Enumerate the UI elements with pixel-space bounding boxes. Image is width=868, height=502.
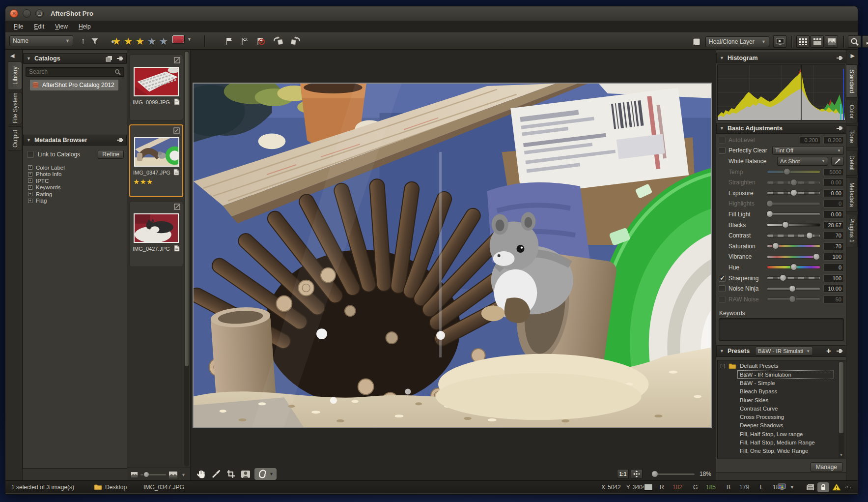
flag-clear-icon[interactable] [255, 35, 267, 47]
window-minimize-button[interactable]: – [23, 9, 31, 18]
slider-value[interactable]: 28.67 [823, 221, 844, 229]
link-to-catalogs-checkbox[interactable] [27, 151, 34, 158]
lock-toggle[interactable] [817, 482, 829, 492]
color-label-swatch[interactable] [172, 35, 184, 43]
presets-header[interactable]: ▼ Presets B&W - IR Simulation▼ + [716, 345, 846, 357]
tab-plugins-1[interactable]: Plugins 1 [846, 214, 858, 247]
slideshow-button[interactable] [773, 35, 786, 48]
tab-tone[interactable]: Tone [846, 125, 858, 148]
autolevel-value-1[interactable]: 0.200 [800, 136, 820, 144]
fit-to-window-button[interactable] [631, 469, 643, 479]
current-folder[interactable]: Desktop [94, 484, 127, 491]
slider-track[interactable] [767, 266, 820, 269]
actual-size-button[interactable]: 1:1 [617, 469, 629, 479]
slider-track[interactable] [767, 202, 820, 206]
slider-value[interactable]: 100 [823, 274, 844, 282]
collapse-triangle-icon[interactable]: ▼ [27, 138, 31, 143]
flag-reject-icon[interactable] [239, 35, 251, 47]
preset-item[interactable]: Cross Processing [737, 413, 834, 421]
zoom-slider[interactable] [651, 473, 695, 475]
expand-plus-icon[interactable]: + [28, 172, 32, 177]
histogram-header[interactable]: ▼ Histogram [716, 53, 846, 63]
slider-track[interactable] [767, 287, 820, 291]
eyedropper-tool[interactable] [210, 469, 222, 479]
flag-pick-icon[interactable] [224, 35, 235, 47]
slider-value[interactable]: 0.00 [823, 210, 844, 218]
scroll-down-arrow[interactable]: ▼ [181, 472, 186, 477]
autolevel-checkbox[interactable] [719, 137, 726, 144]
collapse-minus-icon[interactable]: − [721, 364, 725, 368]
preset-item[interactable]: B&W - Simple [737, 379, 834, 387]
chevron-down-icon[interactable]: ▼ [790, 485, 794, 490]
slider-value[interactable]: 5000 [823, 168, 844, 176]
star-filled-icon[interactable]: ★ [140, 177, 146, 186]
metadata-tree-item[interactable]: + Rating [28, 191, 124, 198]
star-filled-icon[interactable]: ★ [134, 35, 146, 47]
white-balance-eyedropper-button[interactable] [831, 157, 844, 166]
tab-library[interactable]: Library [8, 61, 22, 90]
slider-thumb[interactable] [784, 168, 790, 175]
slider-thumb[interactable] [789, 285, 796, 292]
image-view-button[interactable] [825, 35, 838, 48]
metadata-browser-header[interactable]: ▼ Metadata Browser [23, 135, 127, 146]
slider-track[interactable] [767, 255, 820, 259]
thumbnail-img-0427[interactable]: IMG_0427.JPG [129, 201, 183, 267]
slider-thumb[interactable] [806, 232, 813, 239]
slider-value[interactable]: 0.00 [823, 178, 844, 186]
sort-ascending-icon[interactable]: ↑ [77, 35, 89, 47]
keywords-input[interactable] [719, 318, 844, 341]
catalogs-header[interactable]: ▼ Catalogs [23, 53, 127, 64]
pin-icon[interactable] [116, 137, 123, 143]
perfectly-clear-dropdown[interactable]: Tint Off▼ [772, 146, 844, 155]
thumbnail-size-slider[interactable] [140, 474, 166, 475]
slider-value[interactable]: 70 [823, 232, 844, 239]
rating-filter[interactable]: ★★★★★ [111, 35, 169, 47]
collapse-left-panel-arrow[interactable]: ◀ [10, 53, 14, 59]
slider-track[interactable] [767, 297, 820, 301]
preset-item[interactable]: Bluer Skies [737, 396, 834, 404]
slider-value[interactable]: 50 [823, 295, 844, 303]
metadata-tree-item[interactable]: + Color Label [28, 164, 124, 171]
add-preset-button[interactable]: + [826, 349, 831, 354]
small-thumbnails-icon[interactable] [131, 472, 138, 477]
collapse-triangle-icon[interactable]: ▼ [720, 349, 724, 354]
redeye-portrait-tool[interactable] [240, 469, 252, 479]
basic-adjustments-header[interactable]: ▼ Basic Adjustments [716, 123, 846, 134]
autolevel-value-2[interactable]: 0.200 [823, 136, 844, 144]
star-empty-icon[interactable]: ★ [158, 35, 169, 47]
window-maximize-button[interactable]: ▢ [35, 9, 44, 18]
preset-item[interactable]: Fill, Half Stop, Low range [737, 430, 834, 438]
slider-value[interactable]: 0.00 [823, 189, 844, 197]
slider-thumb[interactable] [813, 253, 820, 260]
magnifier-icon[interactable] [848, 35, 861, 48]
metadata-tree-item[interactable]: + IPTC [28, 177, 124, 184]
pan-hand-tool[interactable] [196, 469, 207, 479]
layer-icon[interactable] [691, 36, 702, 48]
filter-icon[interactable] [89, 35, 101, 47]
slider-value[interactable]: 100 [823, 253, 844, 261]
thumbnail-rating-stars[interactable]: ★★★ [133, 177, 153, 186]
memory-card-icon[interactable] [806, 484, 814, 491]
slider-value[interactable]: 0 [823, 200, 844, 207]
metadata-tree-item[interactable]: + Flag [28, 198, 124, 205]
window-close-button[interactable]: ✕ [10, 9, 18, 18]
sort-field-dropdown[interactable]: Name▼ [9, 35, 73, 46]
slider-value[interactable]: 10.00 [823, 285, 844, 293]
layer-selector-dropdown[interactable]: Heal/Clone Layer ▼ [705, 36, 769, 47]
preset-item[interactable]: Deeper Shadows [737, 421, 834, 430]
color-management-icon[interactable] [778, 483, 786, 491]
manage-presets-button[interactable]: Manage [811, 462, 842, 472]
collapse-right-panel-arrow[interactable]: ▶ [851, 53, 855, 59]
chevron-down-icon[interactable]: ▼ [187, 37, 192, 42]
resize-grip[interactable]: ⠴⠄ [844, 484, 854, 490]
slider-thumb[interactable] [790, 179, 797, 186]
star-empty-icon[interactable]: ★ [146, 35, 158, 47]
slider-checkbox[interactable] [719, 296, 726, 303]
expand-plus-icon[interactable]: + [28, 178, 32, 183]
metadata-tree-item[interactable]: + Keywords [28, 184, 124, 191]
catalog-search-input[interactable]: Search [26, 67, 124, 77]
presets-dropdown[interactable]: B&W - IR Simulation▼ [755, 347, 813, 355]
chevron-down-icon[interactable]: ▼ [269, 472, 274, 476]
collapse-triangle-icon[interactable]: ▼ [720, 56, 724, 60]
browse-view-button[interactable] [811, 35, 824, 48]
